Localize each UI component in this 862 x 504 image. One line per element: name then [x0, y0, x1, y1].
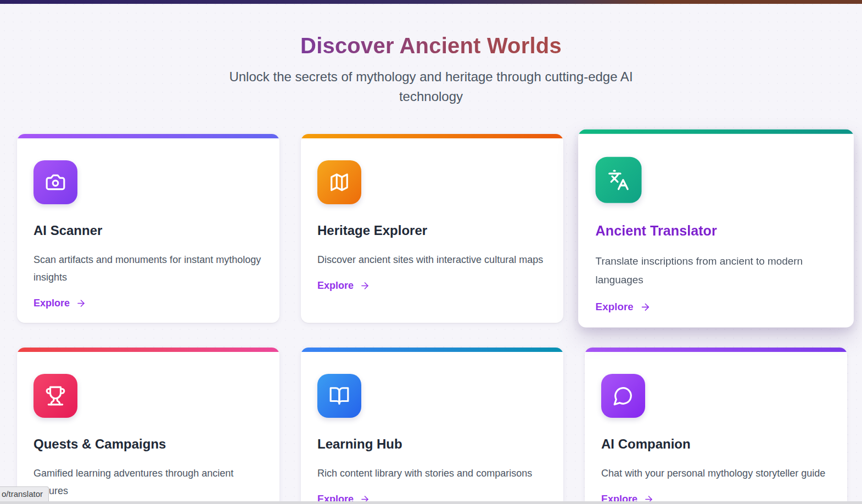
page-title: Discover Ancient Worlds [300, 33, 562, 58]
card-accent-bar [17, 348, 279, 352]
card-description: Gamified learning adventures through anc… [33, 464, 263, 500]
explore-link[interactable]: Explore [317, 280, 370, 292]
arrow-right-icon [76, 298, 86, 309]
arrow-right-icon [640, 301, 651, 312]
card-description: Rich content library with stories and co… [317, 464, 547, 482]
feature-card-heritage-explorer[interactable]: Heritage Explorer Discover ancient sites… [301, 134, 563, 323]
card-title: Heritage Explorer [317, 223, 547, 238]
card-description: Scan artifacts and monuments for instant… [33, 251, 263, 286]
features-grid: AI Scanner Scan artifacts and monuments … [0, 107, 862, 504]
book-open-icon [317, 374, 361, 418]
explore-label: Explore [596, 301, 634, 313]
card-title: Learning Hub [317, 436, 547, 452]
arrow-right-icon [360, 281, 370, 291]
card-accent-bar [585, 348, 847, 352]
page-subtitle: Unlock the secrets of mythology and heri… [211, 67, 651, 107]
page-top-accent-bar [0, 0, 862, 4]
languages-icon [596, 157, 642, 203]
card-title: Quests & Campaigns [33, 436, 263, 452]
card-accent-bar [301, 134, 563, 138]
card-accent-bar [578, 129, 854, 133]
card-accent-bar [301, 348, 563, 352]
card-description: Discover ancient sites with interactive … [317, 251, 547, 268]
feature-card-ai-companion[interactable]: AI Companion Chat with your personal myt… [585, 348, 847, 504]
feature-card-ancient-translator[interactable]: Ancient Translator Translate inscription… [578, 129, 854, 327]
camera-icon [33, 160, 77, 204]
chat-bubble-icon [601, 374, 645, 418]
explore-link[interactable]: Explore [33, 298, 86, 309]
explore-label: Explore [317, 280, 354, 292]
explore-link[interactable]: Explore [596, 301, 651, 313]
page-header: Discover Ancient Worlds Unlock the secre… [0, 4, 862, 107]
feature-card-learning-hub[interactable]: Learning Hub Rich content library with s… [301, 348, 563, 504]
card-description: Translate inscriptions from ancient to m… [596, 252, 837, 289]
card-title: AI Companion [601, 436, 831, 452]
card-title: Ancient Translator [596, 223, 837, 239]
explore-label: Explore [33, 298, 70, 309]
card-description: Chat with your personal mythology storyt… [601, 464, 831, 482]
card-title: AI Scanner [33, 223, 263, 238]
feature-card-ai-scanner[interactable]: AI Scanner Scan artifacts and monuments … [17, 134, 279, 323]
trophy-icon [33, 374, 77, 418]
window-bottom-edge [0, 501, 862, 504]
card-accent-bar [17, 134, 279, 138]
link-status-tooltip: o/translator [0, 486, 49, 501]
feature-card-quests-campaigns[interactable]: Quests & Campaigns Gamified learning adv… [17, 348, 279, 504]
map-icon [317, 160, 361, 204]
